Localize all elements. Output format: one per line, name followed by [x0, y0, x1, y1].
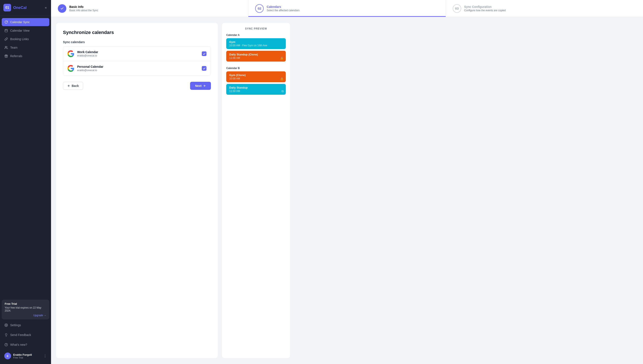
- sync-preview-title: SYNC PREVIEW: [226, 27, 286, 30]
- content-area: Synchronize calendars Sync calendars Wor…: [51, 17, 643, 364]
- free-trial-message: Your free trial expires on 22 May 2024.: [5, 306, 46, 312]
- step-2-title: Calendars: [267, 5, 300, 8]
- preview-event-standup-clone-a: Daily Standup (Clone) 11:00 AM 🔒: [226, 51, 286, 62]
- user-profile-row[interactable]: E Eraldo Forgoli Free Trial ⋮: [2, 350, 49, 362]
- sidebar-item-label: Calendar Sync: [10, 20, 30, 24]
- preview-event-gym-clone-b-title: Gym (Clone): [229, 74, 283, 77]
- link-icon: [4, 37, 8, 41]
- step-3-info: Sync Configuration Configure how the eve…: [464, 5, 506, 12]
- back-button[interactable]: Back: [63, 82, 83, 90]
- google-logo-personal: [67, 65, 74, 72]
- send-feedback-label: Send Feedback: [10, 333, 31, 336]
- card-actions: Back Next: [63, 82, 211, 90]
- logo-text: OneCal: [13, 6, 27, 10]
- step-1-title: Basic Info: [69, 5, 98, 8]
- sidebar-nav: Calendar Sync Calendar View Booking: [0, 16, 51, 297]
- gift-icon: [4, 54, 8, 58]
- sidebar-bottom: Free Trial Your free trial expires on 22…: [0, 297, 51, 364]
- step-sync-config: 03 Sync Configuration Configure how the …: [446, 0, 643, 17]
- settings-label: Settings: [10, 324, 21, 327]
- calendar-item-personal[interactable]: Personal Calendar eraldo@onecal.io: [63, 61, 211, 76]
- preview-event-standup-b-time: 11:00 AM: [229, 90, 283, 92]
- free-trial-box: Free Trial Your free trial expires on 22…: [2, 300, 49, 320]
- whats-new-label: What's new?: [10, 343, 27, 346]
- sidebar-item-calendar-sync[interactable]: Calendar Sync: [2, 18, 49, 26]
- sidebar: 01 OneCal « Calendar Sync: [0, 0, 51, 364]
- calendar-icon: [4, 29, 8, 32]
- svg-point-7: [6, 325, 7, 326]
- sidebar-logo: 01 OneCal «: [0, 0, 51, 16]
- sidebar-item-label: Team: [10, 46, 18, 49]
- user-plan: Free Trial: [13, 356, 41, 359]
- sync-icon: [4, 20, 8, 24]
- copy-icon-b: ⧉: [282, 90, 284, 93]
- step-2-subtitle: Select the affected calendars: [267, 9, 300, 12]
- preview-event-standup-clone-a-title: Daily Standup (Clone): [229, 53, 283, 56]
- lock-icon-b: 🔒: [280, 77, 284, 80]
- main-content: Basic Info Basic info about the Sync 02 …: [51, 0, 643, 364]
- sidebar-item-label: Calendar View: [10, 29, 30, 32]
- section-label: Sync calendars: [63, 40, 211, 44]
- team-icon: [4, 46, 8, 50]
- upgrade-link[interactable]: Upgrade →: [33, 314, 46, 317]
- calendar-a-label: Calendar A: [226, 34, 286, 36]
- sidebar-item-settings[interactable]: Settings: [2, 321, 49, 329]
- arrow-right-icon: [203, 84, 206, 87]
- step-3-title: Sync Configuration: [464, 5, 506, 8]
- calendar-b-label: Calendar B: [226, 67, 286, 70]
- sidebar-item-booking-links[interactable]: Booking Links: [2, 35, 49, 43]
- personal-calendar-name: Personal Calendar: [77, 65, 199, 68]
- gear-icon: [4, 323, 8, 327]
- arrow-left-icon: [67, 84, 70, 87]
- step-active-underline: [248, 16, 446, 17]
- user-info: Eraldo Forgoli Free Trial: [13, 353, 41, 359]
- step-1-info: Basic Info Basic info about the Sync: [69, 5, 98, 12]
- step-basic-info: Basic Info Basic info about the Sync: [51, 0, 248, 17]
- question-icon: [4, 343, 8, 346]
- step-2-circle: 02: [255, 4, 264, 13]
- user-name: Eraldo Forgoli: [13, 353, 41, 356]
- logo-badge: 01: [4, 4, 11, 12]
- calendar-item-work[interactable]: Work Calendar eraldo@onecal.io: [63, 46, 211, 61]
- lock-icon-a: 🔒: [280, 56, 284, 60]
- calendar-list: Work Calendar eraldo@onecal.io: [63, 46, 211, 76]
- step-1-circle: [58, 4, 66, 13]
- step-1-subtitle: Basic info about the Sync: [69, 9, 98, 12]
- next-button[interactable]: Next: [190, 82, 211, 90]
- sidebar-item-label: Booking Links: [10, 38, 29, 41]
- avatar: E: [4, 352, 11, 359]
- calendar-a-section: Calendar A Gym 10:00 AM · Flex Gym on 16…: [226, 34, 286, 63]
- work-calendar-info: Work Calendar eraldo@onecal.io: [77, 50, 199, 57]
- svg-point-4: [5, 46, 6, 47]
- user-menu-button[interactable]: ⋮: [43, 354, 47, 358]
- step-3-subtitle: Configure how the events are copied: [464, 9, 506, 12]
- work-calendar-name: Work Calendar: [77, 50, 199, 54]
- personal-calendar-email: eraldo@onecal.io: [77, 69, 199, 72]
- sidebar-collapse-button[interactable]: «: [44, 5, 48, 10]
- step-2-info: Calendars Select the affected calendars: [267, 5, 300, 12]
- sidebar-item-send-feedback[interactable]: Send Feedback: [2, 331, 49, 339]
- work-calendar-checkbox[interactable]: [202, 52, 206, 56]
- sidebar-item-calendar-view[interactable]: Calendar View: [2, 26, 49, 34]
- calendar-b-section: Calendar B Gym (Clone) 10:00 AM 🔒 Daily …: [226, 67, 286, 96]
- preview-event-gym-a-title: Gym: [229, 40, 283, 44]
- sidebar-item-label: Referrals: [10, 54, 22, 58]
- sync-card: Synchronize calendars Sync calendars Wor…: [56, 23, 218, 358]
- preview-event-gym-a: Gym 10:00 AM · Flex Gym on 16th Ave: [226, 38, 286, 49]
- sync-preview-panel: SYNC PREVIEW Calendar A Gym 10:00 AM · F…: [222, 23, 290, 358]
- step-3-circle: 03: [453, 4, 461, 13]
- personal-calendar-info: Personal Calendar eraldo@onecal.io: [77, 65, 199, 72]
- sidebar-item-referrals[interactable]: Referrals: [2, 52, 49, 60]
- stepper: Basic Info Basic info about the Sync 02 …: [51, 0, 643, 17]
- preview-event-standup-b-title: Daily Standup: [229, 86, 283, 89]
- preview-event-gym-clone-b: Gym (Clone) 10:00 AM 🔒: [226, 71, 286, 82]
- work-calendar-email: eraldo@onecal.io: [77, 54, 199, 57]
- personal-calendar-checkbox[interactable]: [202, 66, 206, 71]
- preview-event-gym-clone-b-time: 10:00 AM: [229, 77, 283, 80]
- google-logo-work: [67, 50, 74, 57]
- sidebar-item-team[interactable]: Team: [2, 44, 49, 52]
- lightbulb-icon: [4, 333, 8, 337]
- card-title: Synchronize calendars: [63, 30, 211, 35]
- sidebar-item-whats-new[interactable]: What's new?: [2, 341, 49, 349]
- preview-event-standup-b: Daily Standup 11:00 AM ⧉: [226, 84, 286, 95]
